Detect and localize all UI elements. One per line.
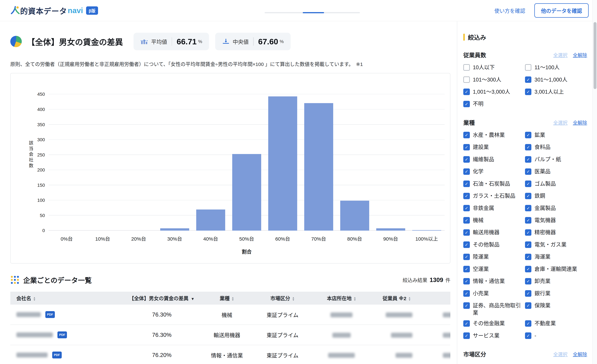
pdf-icon[interactable]: PDF bbox=[45, 311, 55, 318]
checkbox-checked-icon[interactable]: ✓ bbox=[525, 181, 532, 187]
page-scrollbar[interactable] bbox=[592, 0, 597, 364]
industry-clear-all-link[interactable]: 全解除 bbox=[573, 119, 587, 126]
checkbox-checked-icon[interactable]: ✓ bbox=[463, 181, 470, 187]
employee-clear-all-link[interactable]: 全解除 bbox=[573, 51, 587, 58]
checkbox-checked-icon[interactable]: ✓ bbox=[463, 193, 470, 199]
checkbox-checked-icon[interactable]: ✓ bbox=[525, 332, 532, 339]
checkbox-checked-icon[interactable]: ✓ bbox=[463, 278, 470, 285]
industry-filter-option[interactable]: ✓機械 bbox=[463, 215, 525, 225]
checkbox-checked-icon[interactable]: ✓ bbox=[463, 332, 470, 339]
industry-filter-option[interactable]: ✓倉庫・運輸関連業 bbox=[525, 264, 587, 274]
column-header-1[interactable]: 【全体】男女の賃金の差異▼ bbox=[121, 292, 202, 305]
app-logo[interactable]: 的資本データ navi β版 bbox=[10, 5, 98, 16]
histogram-bar-80%台[interactable] bbox=[340, 201, 369, 231]
column-header-5[interactable]: 従業員 ※2▲▼ bbox=[370, 292, 424, 305]
table-row[interactable]: PDF76.30%輸送用機器東証プライム bbox=[10, 325, 450, 345]
industry-filter-option[interactable]: ✓小売業 bbox=[463, 289, 525, 299]
industry-filter-option[interactable]: ✓- bbox=[525, 331, 587, 341]
industry-filter-option[interactable]: ✓石油・石炭製品 bbox=[463, 179, 525, 189]
checkbox-checked-icon[interactable]: ✓ bbox=[525, 156, 532, 163]
industry-filter-option[interactable]: ✓電気・ガス業 bbox=[525, 240, 587, 250]
checkbox-checked-icon[interactable]: ✓ bbox=[525, 205, 532, 212]
employee-filter-option[interactable]: ✓不明 bbox=[463, 99, 525, 109]
industry-select-all-link[interactable]: 全選択 bbox=[553, 119, 567, 126]
checkbox-checked-icon[interactable]: ✓ bbox=[525, 144, 532, 150]
industry-filter-option[interactable]: ✓卸売業 bbox=[525, 277, 587, 286]
howto-link[interactable]: 使い方を確認 bbox=[494, 7, 525, 14]
checkbox-checked-icon[interactable]: ✓ bbox=[525, 266, 532, 272]
checkbox-unchecked-icon[interactable] bbox=[463, 64, 470, 71]
checkbox-checked-icon[interactable]: ✓ bbox=[525, 302, 532, 309]
pdf-icon[interactable]: PDF bbox=[52, 352, 62, 358]
histogram-bar-60%台[interactable] bbox=[268, 96, 297, 231]
checkbox-checked-icon[interactable]: ✓ bbox=[525, 76, 532, 83]
histogram-bar-40%台[interactable] bbox=[196, 209, 225, 231]
histogram-bar-90%台[interactable] bbox=[376, 228, 405, 231]
industry-filter-option[interactable]: ✓建設業 bbox=[463, 142, 525, 152]
industry-filter-option[interactable]: ✓鉱業 bbox=[525, 130, 587, 140]
pdf-icon[interactable]: PDF bbox=[57, 332, 67, 338]
column-header-3[interactable]: 市場区分▲▼ bbox=[252, 292, 313, 305]
checkbox-checked-icon[interactable]: ✓ bbox=[463, 144, 470, 150]
table-row[interactable]: PDF76.20%情報・通信業東証プライム bbox=[10, 345, 450, 364]
employee-select-all-link[interactable]: 全選択 bbox=[553, 51, 567, 58]
checkbox-checked-icon[interactable]: ✓ bbox=[463, 320, 470, 327]
checkbox-unchecked-icon[interactable] bbox=[525, 64, 532, 71]
checkbox-checked-icon[interactable]: ✓ bbox=[525, 132, 532, 138]
industry-filter-option[interactable]: ✓医薬品 bbox=[525, 167, 587, 177]
checkbox-checked-icon[interactable]: ✓ bbox=[525, 193, 532, 199]
checkbox-unchecked-icon[interactable] bbox=[463, 76, 470, 83]
checkbox-checked-icon[interactable]: ✓ bbox=[463, 168, 470, 175]
industry-filter-option[interactable]: ✓保険業 bbox=[525, 301, 587, 316]
histogram-bar-30%台[interactable] bbox=[160, 228, 189, 231]
checkbox-checked-icon[interactable]: ✓ bbox=[463, 217, 470, 224]
histogram-bar-70%台[interactable] bbox=[304, 103, 333, 231]
checkbox-checked-icon[interactable]: ✓ bbox=[463, 302, 470, 309]
industry-filter-option[interactable]: ✓水産・農林業 bbox=[463, 130, 525, 140]
checkbox-checked-icon[interactable]: ✓ bbox=[525, 278, 532, 285]
checkbox-checked-icon[interactable]: ✓ bbox=[525, 217, 532, 224]
industry-filter-option[interactable]: ✓その他製品 bbox=[463, 240, 525, 250]
checkbox-checked-icon[interactable]: ✓ bbox=[463, 229, 470, 236]
market-clear-all-link[interactable]: 全解除 bbox=[573, 351, 587, 357]
checkbox-checked-icon[interactable]: ✓ bbox=[525, 254, 532, 260]
checkbox-checked-icon[interactable]: ✓ bbox=[525, 229, 532, 236]
industry-filter-option[interactable]: ✓電気機器 bbox=[525, 215, 587, 225]
column-header-2[interactable]: 業種▲▼ bbox=[202, 292, 251, 305]
market-select-all-link[interactable]: 全選択 bbox=[553, 351, 567, 357]
carousel-indicator[interactable] bbox=[265, 12, 360, 13]
column-header-4[interactable]: 本店所在地▲▼ bbox=[313, 292, 370, 305]
histogram-bar-100%以上[interactable] bbox=[412, 230, 441, 231]
scrollbar-thumb[interactable] bbox=[594, 22, 597, 89]
checkbox-checked-icon[interactable]: ✓ bbox=[463, 101, 470, 107]
industry-filter-option[interactable]: ✓その他金融業 bbox=[463, 319, 525, 328]
checkbox-checked-icon[interactable]: ✓ bbox=[525, 88, 532, 95]
industry-filter-option[interactable]: ✓パルプ・紙 bbox=[525, 155, 587, 165]
industry-filter-option[interactable]: ✓食料品 bbox=[525, 142, 587, 152]
industry-filter-option[interactable]: ✓海運業 bbox=[525, 252, 587, 262]
industry-filter-option[interactable]: ✓銀行業 bbox=[525, 289, 587, 299]
table-row[interactable]: PDF76.30%機械東証プライム bbox=[10, 305, 450, 325]
industry-filter-option[interactable]: ✓金属製品 bbox=[525, 203, 587, 213]
industry-filter-option[interactable]: ✓不動産業 bbox=[525, 319, 587, 328]
industry-filter-option[interactable]: ✓精密機器 bbox=[525, 228, 587, 238]
checkbox-checked-icon[interactable]: ✓ bbox=[463, 241, 470, 248]
column-header-6[interactable]: 臨時従 bbox=[424, 292, 450, 305]
histogram-bar-50%台[interactable] bbox=[232, 154, 261, 231]
industry-filter-option[interactable]: ✓情報・通信業 bbox=[463, 277, 525, 286]
other-data-button[interactable]: 他のデータを確認 bbox=[534, 3, 589, 18]
industry-filter-option[interactable]: ✓化学 bbox=[463, 167, 525, 177]
checkbox-checked-icon[interactable]: ✓ bbox=[463, 290, 470, 297]
industry-filter-option[interactable]: ✓証券、商品先物取引業 bbox=[463, 301, 525, 316]
industry-filter-option[interactable]: ✓鉄鋼 bbox=[525, 191, 587, 201]
industry-filter-option[interactable]: ✓輸送用機器 bbox=[463, 228, 525, 238]
employee-filter-option[interactable]: ✓3,001人以上 bbox=[525, 87, 587, 97]
employee-filter-option[interactable]: ✓301〜1,000人 bbox=[525, 75, 587, 85]
checkbox-checked-icon[interactable]: ✓ bbox=[463, 205, 470, 212]
industry-filter-option[interactable]: ✓ガラス・土石製品 bbox=[463, 191, 525, 201]
industry-filter-option[interactable]: ✓陸運業 bbox=[463, 252, 525, 262]
checkbox-checked-icon[interactable]: ✓ bbox=[525, 168, 532, 175]
column-header-0[interactable]: 会社名▲▼ bbox=[10, 292, 121, 305]
employee-filter-option[interactable]: 11〜100人 bbox=[525, 63, 587, 72]
checkbox-checked-icon[interactable]: ✓ bbox=[463, 254, 470, 260]
